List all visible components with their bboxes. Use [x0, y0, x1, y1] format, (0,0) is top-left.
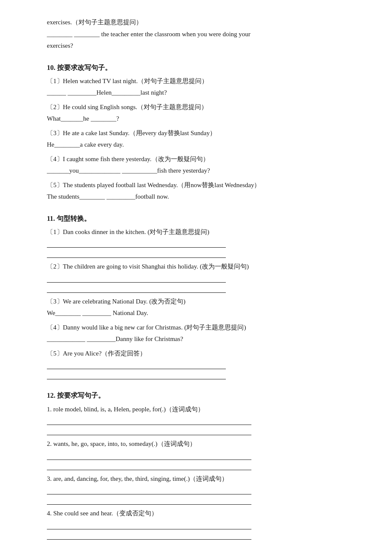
q12-4: 4. She could see and hear.（变成否定句） — [47, 508, 345, 540]
q12-2-answer-line1 — [47, 451, 251, 460]
q12-3-answer-line2 — [47, 496, 251, 505]
q12-3: 3. are, and, dancing, for, they, the, th… — [47, 474, 345, 505]
q10-2: 〔2〕He could sing English songs.（对句子主题意思提… — [47, 102, 345, 124]
q10-4: 〔4〕I caught some fish there yesterday.（改… — [47, 154, 345, 176]
blank1: ________ — [47, 31, 72, 38]
q12-1-question: 1. role model, blind, is, a, Helen, peop… — [47, 404, 345, 415]
blank: ______ — [47, 89, 66, 96]
q11-3: 〔3〕We are celebrating National Day. (改为否… — [47, 296, 345, 319]
q11-5-answer-line2 — [47, 371, 226, 379]
blank: ________ — [55, 141, 80, 148]
q12-4-question: 4. She could see and hear.（变成否定句） — [47, 508, 345, 519]
q11-4-question: 〔4〕Danny would like a big new car for Ch… — [47, 322, 345, 333]
q10-2-question: 〔2〕He could sing English songs.（对句子主题意思提… — [47, 102, 345, 113]
q10-3-question: 〔3〕He ate a cake last Sunday.（用every day… — [47, 128, 345, 139]
q10-3-answer: He________a cake every day. — [47, 139, 345, 150]
top-line2-text: the teacher enter the classroom when you… — [101, 31, 251, 38]
section-12: 12. 按要求写句子。 1. role model, blind, is, a,… — [47, 390, 345, 539]
section-11: 11. 句型转换。 〔1〕Dan cooks dinner in the kit… — [47, 213, 345, 380]
q11-5: 〔5〕Are you Alice?（作否定回答） — [47, 348, 345, 380]
q10-1: 〔1〕Helen watched TV last night.（对句子主题意思提… — [47, 76, 345, 98]
q11-2-answer-line1 — [47, 274, 226, 283]
q11-1-answer-line1 — [47, 239, 226, 248]
q11-1-question: 〔1〕Dan cooks dinner in the kitchen. (对句子… — [47, 227, 345, 238]
section-11-title: 11. 句型转换。 — [47, 213, 345, 224]
q12-2-question: 2. wants, he, go, space, into, to, somed… — [47, 439, 345, 450]
blank: _______ — [47, 167, 69, 174]
q11-4-answer: ____________ _________Danny like for Chr… — [47, 334, 345, 345]
top-line2: ________ ________ the teacher enter the … — [47, 29, 345, 40]
q11-3-question: 〔3〕We are celebrating National Day. (改为否… — [47, 296, 345, 307]
q10-5-question: 〔5〕The students played football last Wed… — [47, 180, 345, 191]
q10-5-answer: The students________ _________football n… — [47, 191, 345, 202]
q12-1: 1. role model, blind, is, a, Helen, peop… — [47, 404, 345, 436]
q10-1-question: 〔1〕Helen watched TV last night.（对句子主题意思提… — [47, 76, 345, 87]
blank: ___________ — [121, 167, 157, 174]
q12-2-answer-line2 — [47, 462, 251, 470]
q10-1-answer: ______ _________Helen_________last night… — [47, 87, 345, 98]
q11-1-answer-line2 — [47, 249, 226, 258]
blank: _______ — [61, 115, 83, 122]
q12-3-answer-line1 — [47, 486, 251, 494]
q11-2-answer-line2 — [47, 284, 226, 293]
section-10: 10. 按要求改写句子。 〔1〕Helen watched TV last ni… — [47, 62, 345, 202]
top-line1: exercises.（对句子主题意思提问） — [47, 17, 345, 28]
q10-4-question: 〔4〕I caught some fish there yesterday.（改… — [47, 154, 345, 165]
top-line3: exercises? — [47, 40, 345, 52]
q10-2-answer: What_______he ________? — [47, 113, 345, 124]
section-10-title: 10. 按要求改写句子。 — [47, 62, 345, 73]
q11-1: 〔1〕Dan cooks dinner in the kitchen. (对句子… — [47, 227, 345, 258]
q11-2: 〔2〕The children are going to visit Shang… — [47, 261, 345, 293]
q12-3-question: 3. are, and, dancing, for, they, the, th… — [47, 474, 345, 485]
blank2: ________ — [74, 31, 100, 38]
q11-5-answer-line1 — [47, 361, 226, 369]
q11-3-answer: We________ _________ National Day. — [47, 308, 345, 319]
q12-2: 2. wants, he, go, space, into, to, somed… — [47, 439, 345, 470]
top-section: exercises.（对句子主题意思提问） ________ ________ … — [47, 17, 345, 52]
blank: _____________ — [79, 167, 121, 174]
q12-1-answer-line1 — [47, 416, 251, 425]
blank: ________ — [91, 115, 116, 122]
q11-5-question: 〔5〕Are you Alice?（作否定回答） — [47, 348, 345, 359]
q10-5: 〔5〕The students played football last Wed… — [47, 180, 345, 202]
q10-3: 〔3〕He ate a cake last Sunday.（用every day… — [47, 128, 345, 150]
q12-4-answer-line1 — [47, 521, 251, 529]
q12-4-answer-line2 — [47, 531, 251, 540]
q11-2-question: 〔2〕The children are going to visit Shang… — [47, 261, 345, 272]
q10-4-answer: _______you_____________ ___________fish … — [47, 165, 345, 176]
section-12-title: 12. 按要求写句子。 — [47, 390, 345, 401]
q11-4: 〔4〕Danny would like a big new car for Ch… — [47, 322, 345, 345]
q12-1-answer-line2 — [47, 427, 251, 435]
